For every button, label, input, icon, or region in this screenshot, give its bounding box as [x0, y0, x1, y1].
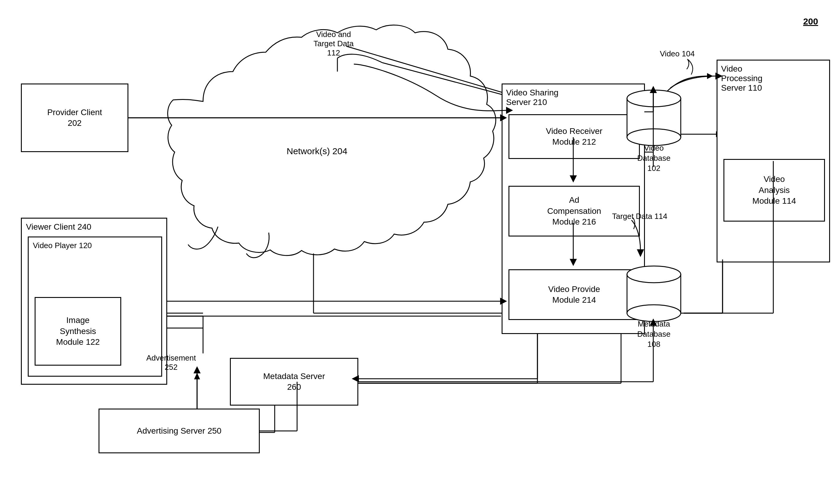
advertising-server-label: Advertising Server 250 — [137, 426, 221, 436]
cloud-shape — [168, 25, 496, 258]
video-db-container: Video Database 102 — [624, 84, 684, 173]
video-provide-box: Video Provide Module 214 — [509, 269, 640, 320]
video-player-box: Video Player 120 Image Synthesis Module … — [28, 236, 162, 377]
video-db-svg — [624, 84, 684, 149]
image-synthesis-box: Image Synthesis Module 122 — [35, 297, 121, 366]
video-player-label: Video Player 120 — [33, 241, 92, 250]
metadata-server-box: Metadata Server 260 — [230, 358, 358, 406]
provider-client-box: Provider Client 202 — [21, 84, 129, 152]
metadata-db-svg — [624, 259, 684, 325]
video-provide-label: Video Provide Module 214 — [548, 284, 600, 306]
svg-point-39 — [627, 266, 681, 283]
target-data-label: Target Data 114 — [612, 212, 667, 221]
metadata-server-label: Metadata Server 260 — [263, 371, 325, 393]
video-analysis-label: Video Analysis Module 114 — [752, 174, 796, 206]
viewer-client-label: Viewer Client 240 — [26, 222, 91, 232]
svg-marker-28 — [194, 373, 200, 379]
diagram: 200 — [0, 0, 839, 504]
svg-point-36 — [627, 90, 681, 107]
svg-marker-11 — [707, 73, 713, 79]
metadata-db-container: Metadata Database 108 — [624, 259, 684, 349]
svg-line-8 — [382, 62, 516, 98]
svg-line-10 — [346, 46, 523, 98]
video-receiver-box: Video Receiver Module 212 — [509, 114, 640, 159]
video-analysis-box: Video Analysis Module 114 — [723, 159, 825, 221]
metadata-db-label: Metadata Database 108 — [637, 319, 670, 349]
provider-client-label: Provider Client 202 — [47, 107, 102, 129]
video-sharing-server-label: Video Sharing Server 210 — [506, 88, 558, 107]
ad-compensation-label: Ad Compensation Module 216 — [547, 195, 601, 227]
viewer-client-box: Viewer Client 240 Video Player 120 Image… — [21, 218, 167, 385]
video-104-label: Video 104 — [660, 49, 695, 58]
video-processing-server-label: Video Processing Server 110 — [721, 64, 763, 93]
network-label: Network(s) 204 — [287, 146, 347, 156]
video-target-data-label: Video and Target Data 112 — [313, 30, 354, 57]
video-processing-server-box: Video Processing Server 110 Video Analys… — [717, 60, 830, 263]
ad-compensation-box: Ad Compensation Module 216 — [509, 186, 640, 236]
video-db-label: Video Database 102 — [637, 143, 670, 173]
ref-number: 200 — [803, 16, 818, 26]
video-sharing-server-box: Video Sharing Server 210 Video Receiver … — [502, 84, 645, 334]
advertising-server-box: Advertising Server 250 — [99, 409, 260, 453]
video-receiver-label: Video Receiver Module 212 — [546, 126, 602, 148]
image-synthesis-label: Image Synthesis Module 122 — [56, 315, 100, 347]
advertisement-label: Advertisement 252 — [146, 354, 196, 372]
